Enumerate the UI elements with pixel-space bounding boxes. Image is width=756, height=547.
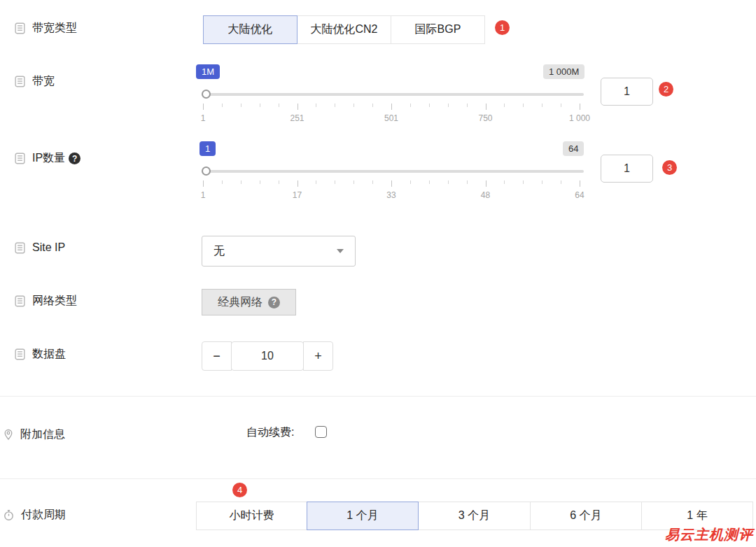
ip-count-label-group: IP数量 ?: [14, 151, 80, 166]
tick-mark: [429, 104, 430, 107]
bandwidth-slider-handle[interactable]: [202, 90, 211, 99]
payment-option-6-month[interactable]: 6 个月: [530, 502, 642, 530]
section-divider: [0, 478, 756, 479]
ip-slider-handle[interactable]: [202, 166, 211, 176]
ip-count-input[interactable]: 1: [601, 155, 653, 183]
tick-label: 750: [478, 113, 492, 123]
bandwidth-type-option-bgp[interactable]: 国际BGP: [391, 15, 485, 44]
ip-count-help-icon[interactable]: ?: [69, 152, 80, 164]
tick-mark: [410, 104, 411, 107]
tick-mark: [279, 104, 279, 107]
tick-mark: [298, 104, 298, 110]
tick-mark: [260, 180, 260, 184]
data-disk-label-group: 数据盘: [14, 347, 66, 362]
tick-label: 1: [201, 113, 206, 123]
tick-mark: [448, 104, 449, 107]
tick-mark: [561, 180, 561, 184]
payment-option-1-month[interactable]: 1 个月: [307, 502, 419, 530]
classic-network-help-icon[interactable]: ?: [268, 297, 280, 308]
tick-mark: [260, 104, 260, 107]
section-divider: [0, 396, 756, 397]
classic-network-button[interactable]: 经典网络 ?: [202, 289, 296, 315]
tick-mark: [542, 180, 542, 184]
bandwidth-input[interactable]: 1: [601, 78, 653, 106]
tick-mark: [335, 180, 335, 184]
data-disk-decrement-button[interactable]: −: [202, 341, 232, 371]
extra-info-label: 附加信息: [20, 427, 65, 442]
ip-count-label: IP数量: [32, 151, 65, 166]
tick-label: 251: [290, 113, 304, 123]
tick-mark: [316, 104, 316, 107]
bandwidth-type-option-mainland[interactable]: 大陆优化: [203, 15, 298, 44]
tick-label: 1 000: [569, 113, 590, 123]
document-icon: [14, 22, 26, 34]
tick-mark: [222, 104, 223, 107]
site-ip-label-group: Site IP: [14, 241, 65, 254]
document-icon: [14, 76, 26, 87]
tick-mark: [298, 180, 298, 187]
document-icon: [14, 295, 26, 307]
tick-mark: [504, 104, 505, 107]
tick-mark: [354, 104, 354, 107]
site-ip-label: Site IP: [32, 241, 65, 254]
tick-mark: [203, 180, 204, 187]
tick-mark: [410, 180, 411, 184]
ip-slider-track[interactable]: [202, 170, 584, 173]
document-icon: [14, 348, 26, 360]
tick-mark: [203, 104, 204, 110]
step-badge-3: 3: [662, 160, 677, 175]
step-badge-1: 1: [495, 20, 510, 35]
extra-info-label-group: 附加信息: [3, 427, 65, 442]
tick-mark: [391, 104, 392, 110]
tick-mark: [580, 104, 580, 110]
site-ip-select[interactable]: 无: [202, 236, 356, 267]
clock-icon: [3, 509, 15, 521]
location-pin-icon: [3, 429, 14, 441]
watermark: 易云主机测评: [665, 525, 753, 544]
payment-option-hourly[interactable]: 小时计费: [196, 502, 307, 530]
document-icon: [14, 242, 26, 254]
ip-current-badge: 1: [200, 141, 216, 156]
tick-label: 501: [384, 113, 398, 123]
auto-renew-checkbox[interactable]: [315, 426, 327, 438]
data-disk-increment-button[interactable]: +: [303, 341, 333, 371]
chevron-down-icon: [337, 249, 344, 253]
bandwidth-max-badge: 1 000M: [543, 64, 584, 79]
tick-mark: [467, 104, 468, 107]
auto-renew-label: 自动续费:: [246, 425, 294, 440]
bandwidth-type-label: 带宽类型: [32, 21, 77, 36]
server-config-form: 带宽类型 大陆优化 大陆优化CN2 国际BGP 1 带宽 1M 1 000M 1…: [0, 0, 756, 547]
ip-max-badge: 64: [563, 141, 584, 156]
bandwidth-current-badge: 1M: [196, 64, 220, 79]
bandwidth-type-option-cn2[interactable]: 大陆优化CN2: [297, 15, 391, 44]
tick-mark: [335, 104, 335, 107]
tick-mark: [561, 104, 561, 107]
network-type-label: 网络类型: [32, 294, 77, 308]
data-disk-value-input[interactable]: 10: [231, 341, 304, 371]
payment-cycle-label-group: 付款周期: [3, 508, 66, 523]
tick-mark: [372, 180, 373, 184]
bandwidth-type-label-group: 带宽类型: [14, 21, 77, 36]
tick-mark: [467, 180, 468, 184]
payment-option-3-month[interactable]: 3 个月: [418, 502, 531, 530]
step-badge-2: 2: [659, 82, 673, 97]
bandwidth-slider-ticks: 12515017501 000: [203, 104, 580, 125]
bandwidth-slider-track[interactable]: [202, 93, 584, 96]
data-disk-label: 数据盘: [32, 347, 66, 362]
tick-mark: [241, 180, 241, 184]
bandwidth-label-group: 带宽: [14, 74, 55, 89]
tick-mark: [504, 180, 505, 184]
tick-label: 48: [481, 190, 490, 200]
tick-label: 33: [386, 190, 396, 200]
tick-mark: [222, 180, 223, 184]
tick-mark: [486, 180, 486, 187]
tick-label: 64: [575, 190, 584, 200]
tick-mark: [372, 104, 373, 107]
tick-mark: [391, 180, 392, 187]
network-type-label-group: 网络类型: [14, 294, 77, 308]
document-icon: [14, 152, 26, 164]
step-badge-4: 4: [232, 483, 247, 497]
tick-mark: [316, 180, 316, 184]
tick-mark: [580, 180, 580, 187]
payment-cycle-label: 付款周期: [21, 508, 66, 523]
